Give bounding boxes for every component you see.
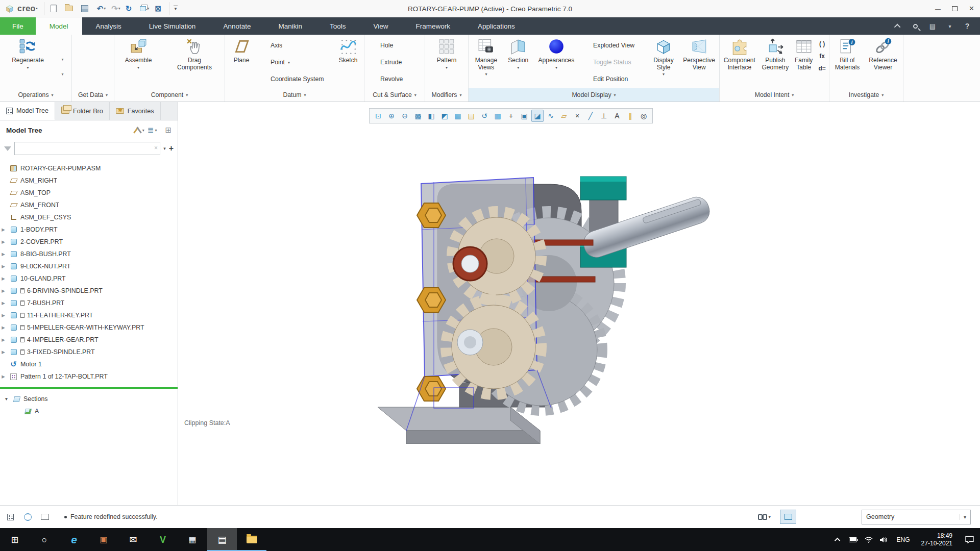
drag-components-button[interactable]: Drag Components — [170, 36, 219, 72]
browser-icon[interactable] — [21, 511, 34, 523]
dropdown-caret-icon[interactable]: ▾ — [104, 6, 106, 11]
family-table-button[interactable]: Family Table — [792, 36, 815, 72]
tree-item-11-feather-key-prt[interactable]: ▶ 11-FEATHER-KEY.PRT — [0, 309, 178, 321]
tiny-button-relations[interactable]: d= — [816, 63, 828, 74]
expand-arrow-icon[interactable]: ▶ — [0, 300, 7, 306]
taskbar-item-file-explorer[interactable] — [237, 528, 266, 551]
clock[interactable]: 18:49 27-10-2021 — [915, 532, 959, 547]
qat-button-save[interactable]: ▾ — [79, 2, 93, 15]
graphics-tool-saved-orientations[interactable]: ▤ — [465, 110, 477, 122]
graphics-tool-shading-with-edges[interactable]: ◩ — [438, 110, 451, 122]
graphics-tool-view-manager[interactable]: ▦ — [452, 110, 464, 122]
accessory-window-icon[interactable] — [39, 511, 51, 523]
model-display-item-toggle-status[interactable]: Toggle Status — [580, 55, 647, 69]
manage-views-button[interactable]: Manage Views ▾ — [470, 36, 503, 78]
perspective-view-button[interactable]: Perspective View — [680, 36, 718, 72]
graphics-tool-shading-style[interactable]: ◧ — [425, 110, 437, 122]
taskbar-item-calculator[interactable]: ▦ — [178, 528, 207, 551]
small-button-repeat[interactable] — [158, 53, 169, 65]
graphics-tool-named-views[interactable]: ▥ — [492, 110, 504, 122]
taskbar-item-mail[interactable]: ✉ — [118, 528, 148, 551]
tree-item-1-body-prt[interactable]: ▶ 1-BODY.PRT — [0, 223, 178, 236]
graphics-tool-spin-center[interactable]: ◎ — [638, 110, 650, 122]
maximize-button[interactable] — [946, 0, 963, 17]
small-button-paste[interactable]: ▾ — [50, 53, 65, 65]
tab-framework[interactable]: Framework — [402, 17, 464, 35]
tree-filter-input[interactable] — [14, 142, 160, 155]
tree-item-8-big-bush-prt[interactable]: ▶ 8-BIG-BUSH.PRT — [0, 248, 178, 260]
tab-analysis[interactable]: Analysis — [82, 17, 135, 35]
datum-item-axis[interactable]: Axis ▾ — [257, 38, 333, 53]
expand-arrow-icon[interactable]: ▶ — [0, 264, 7, 269]
qat-button-close-window[interactable]: ⊠ ▾ — [152, 2, 166, 15]
reference-viewer-button[interactable]: Reference Viewer — [865, 36, 901, 72]
cut-surface-item-revolve[interactable]: Revolve — [367, 72, 422, 86]
graphics-tool-3d-dragger[interactable]: + — [505, 110, 517, 122]
qat-button-window-switch[interactable]: ▾ — [138, 2, 151, 15]
language-indicator[interactable]: ENG — [892, 536, 915, 543]
graphics-tool-sketch-display[interactable]: ∿ — [545, 110, 557, 122]
tab-view[interactable]: View — [359, 17, 402, 35]
pump-3d-model[interactable] — [357, 168, 745, 444]
expand-arrow-icon[interactable]: ▶ — [0, 252, 7, 257]
group-label-datum[interactable]: Datum▾ — [225, 88, 364, 102]
tiny-button-parameters[interactable]: ( ) — [816, 38, 828, 49]
qat-button-regenerate[interactable]: ▾ — [124, 2, 137, 15]
datum-item-coordinate-system[interactable]: Coordinate System ▾ — [257, 72, 333, 86]
group-label-get-data[interactable]: Get Data▾ — [72, 88, 114, 102]
search-icon[interactable] — [910, 20, 921, 32]
wifi-icon[interactable] — [861, 528, 876, 551]
tree-item-5-impeller-gear-with-keyway-prt[interactable]: ▶ 5-IMPELLER-GEAR-WITH-KEYWAY.PRT — [0, 321, 178, 334]
collapse-ribbon-icon[interactable] — [892, 20, 903, 32]
graphics-tool-point-display[interactable]: × — [571, 110, 583, 122]
tree-item-3-fixed-spindle-prt[interactable]: ▶ 3-FIXED-SPINDLE.PRT — [0, 346, 178, 358]
tab-annotate[interactable]: Annotate — [209, 17, 264, 35]
cut-surface-item-hole[interactable]: Hole — [367, 38, 422, 53]
component-interface-button[interactable]: Component Interface — [721, 36, 758, 72]
graphics-tool-axis-display[interactable]: ╱ — [584, 110, 597, 122]
model-display-item-exploded-view[interactable]: Exploded View — [580, 38, 647, 53]
qat-button-undo[interactable]: ↶ ▾ — [94, 2, 108, 15]
select-window-button[interactable] — [780, 510, 796, 524]
close-button[interactable] — [963, 0, 980, 17]
graphics-tool-zoom-in[interactable]: ⊕ — [385, 110, 398, 122]
tree-item-motor-1[interactable]: ▶ Motor 1 — [0, 358, 178, 370]
tree-item-9-lock-nut-prt[interactable]: ▶ 9-L0CK-NUT.PRT — [0, 260, 178, 272]
tree-columns-icon[interactable] — [165, 126, 172, 135]
battery-icon[interactable] — [846, 528, 861, 551]
taskbar-item-store[interactable]: ▣ — [89, 528, 118, 551]
group-label-operations[interactable]: Operations▾ — [0, 88, 71, 102]
tree-item-asm-top[interactable]: ▶ ASM_TOP — [0, 187, 178, 199]
expand-arrow-icon[interactable]: ▶ — [0, 313, 7, 318]
taskbar-item-start[interactable]: ⊞ — [0, 528, 30, 551]
expand-arrow-icon[interactable]: ▶ — [0, 239, 7, 244]
help-icon[interactable] — [962, 20, 973, 32]
small-button-copy[interactable]: ▾ — [50, 38, 65, 51]
taskbar-item-vlc[interactable]: V — [148, 528, 178, 551]
expand-arrow-icon[interactable]: ▶ — [0, 325, 7, 330]
qat-button-open[interactable]: ▾ — [63, 2, 78, 15]
tree-item-asm-right[interactable]: ▶ ASM_RIGHT — [0, 174, 178, 187]
small-button-create-component[interactable] — [158, 38, 169, 51]
tree-item-pattern-1-of-12-tap-bolt-prt[interactable]: ▶ Pattern 1 of 12-TAP-BOLT.PRT — [0, 370, 178, 383]
qat-button-redo[interactable]: ↷ ▾ — [109, 2, 122, 15]
tree-item-section-a[interactable]: A — [0, 405, 178, 417]
display-style-button[interactable]: Display Style ▾ — [648, 36, 679, 78]
graphics-tool-pause[interactable]: ∥ — [624, 110, 636, 122]
qat-button-new[interactable]: ▾ — [48, 2, 62, 15]
filter-dropdown-icon[interactable]: ▾ — [163, 146, 166, 151]
tab-applications[interactable]: Applications — [464, 17, 529, 35]
group-label-investigate[interactable]: Investigate▾ — [829, 88, 903, 102]
section-button[interactable]: Section ▾ — [504, 36, 533, 71]
publish-geometry-button[interactable]: Publish Geometry — [760, 36, 791, 72]
small-button-mirror-component[interactable] — [158, 68, 169, 80]
small-button-delete[interactable]: ▾ — [50, 68, 65, 80]
hidden-icons-chevron[interactable] — [830, 528, 846, 551]
expand-arrow-icon[interactable]: ▶ — [0, 337, 7, 342]
tree-item-10-gland-prt[interactable]: ▶ 10-GLAND.PRT — [0, 272, 178, 285]
expand-arrow-icon[interactable]: ▶ — [0, 288, 7, 293]
volume-icon[interactable] — [876, 528, 892, 551]
tree-filters-icon[interactable] — [148, 126, 154, 135]
dropdown-caret-icon[interactable]: ▾ — [147, 6, 149, 11]
tab-model[interactable]: Model — [36, 17, 82, 35]
